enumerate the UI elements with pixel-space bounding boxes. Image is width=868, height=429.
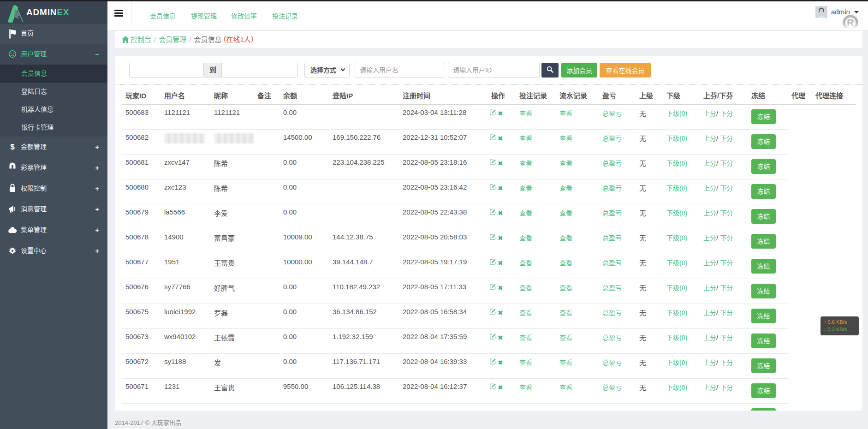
svg-text:R: R [847, 17, 854, 29]
